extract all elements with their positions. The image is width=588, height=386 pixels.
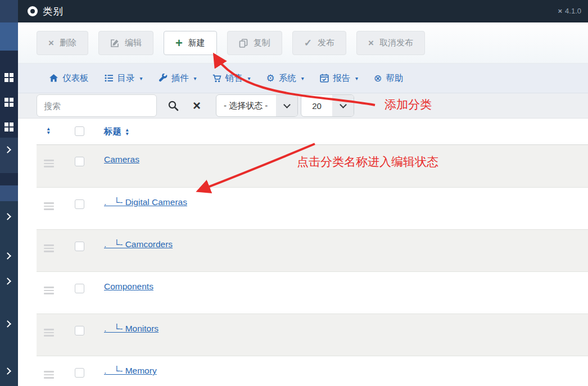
- category-table: Cameras . └- Digital Cameras . └- Camcor…: [37, 145, 588, 386]
- drag-handle-icon[interactable]: [44, 202, 54, 212]
- drag-handle-icon[interactable]: [44, 371, 54, 380]
- menu-item-sales[interactable]: 销售 ▾: [212, 72, 251, 84]
- gear-icon: ⚙: [266, 74, 275, 83]
- unpublish-button[interactable]: × 取消发布: [356, 31, 425, 55]
- sort-down-icon: ▼: [125, 132, 129, 136]
- table-row: . └- Monitors: [37, 314, 588, 356]
- copy-button-label: 复制: [254, 38, 270, 48]
- row-checkbox[interactable]: [75, 284, 84, 293]
- drag-handle-icon[interactable]: [44, 329, 54, 338]
- sidebar-lower-segment: [0, 201, 18, 386]
- copy-button[interactable]: 复制: [227, 31, 282, 55]
- publish-button-label: 发布: [318, 38, 334, 48]
- caret-down-icon: ▾: [301, 75, 304, 81]
- menu-item-dashboard[interactable]: 仪表板: [49, 72, 89, 84]
- record-icon: [28, 6, 38, 16]
- menu-item-reports[interactable]: 报告 ▾: [320, 72, 358, 84]
- sidebar-expand-button-5[interactable]: [5, 320, 13, 328]
- menu-item-label: 系统: [279, 72, 296, 84]
- row-checkbox[interactable]: [75, 326, 84, 335]
- sidebar-expand-button-4[interactable]: [5, 278, 13, 285]
- status-select[interactable]: - 选择状态 -: [216, 94, 298, 117]
- caret-down-icon: ▾: [194, 75, 197, 81]
- version-text: 4.1.0: [565, 0, 581, 22]
- per-page-select[interactable]: 20: [301, 94, 354, 117]
- chevron-right-icon: [4, 146, 11, 153]
- category-link-components[interactable]: Components: [104, 281, 153, 292]
- sidebar-grid-button-1[interactable]: [4, 73, 13, 82]
- wrench-icon: [159, 74, 168, 83]
- clear-search-button[interactable]: ×: [189, 94, 204, 117]
- category-link-camcorders[interactable]: . └- Camcorders: [104, 239, 173, 249]
- status-select-value: - 选择状态 -: [216, 101, 276, 111]
- home-icon: [49, 74, 58, 83]
- title-sort-icon: ▲ ▼: [125, 128, 129, 136]
- menu-item-help[interactable]: ⊗ 帮助: [374, 72, 403, 84]
- menu-item-label: 目录: [117, 72, 135, 84]
- check-icon: ✓: [304, 38, 312, 48]
- page-title: 类别: [43, 0, 64, 22]
- table-row: Components: [37, 271, 588, 314]
- sidebar-active-segment-2[interactable]: [0, 185, 18, 201]
- joomla-logo-icon: ×: [558, 0, 562, 22]
- menu-item-label: 报告: [333, 72, 350, 84]
- publish-button[interactable]: ✓ 发布: [292, 31, 346, 55]
- sidebar-expand-button-6[interactable]: [5, 367, 13, 375]
- new-button[interactable]: + 新建: [164, 31, 217, 55]
- table-row: . └- Digital Cameras: [37, 187, 588, 229]
- title-column-header[interactable]: 标题 ▲ ▼: [104, 126, 129, 138]
- copy-icon: [239, 39, 248, 48]
- select-chevron-segment: [276, 94, 297, 117]
- menu-item-catalog[interactable]: 目录 ▾: [105, 72, 143, 84]
- category-link-cameras[interactable]: Cameras: [104, 155, 139, 165]
- drag-handle-icon[interactable]: [44, 287, 54, 296]
- row-checkbox[interactable]: [75, 199, 84, 209]
- life-ring-icon: ⊗: [374, 74, 382, 83]
- sidebar-expand-button-2[interactable]: [5, 213, 13, 221]
- x-icon: ×: [48, 38, 54, 48]
- caret-down-icon: ▾: [355, 75, 358, 81]
- search-input[interactable]: [37, 94, 157, 117]
- grid-icon: [4, 122, 8, 126]
- version-badge: × 4.1.0: [558, 0, 581, 22]
- table-row: . └- Camcorders: [37, 229, 588, 271]
- table-row: . └- Memory: [37, 356, 588, 386]
- list-icon: [105, 74, 114, 83]
- select-all-checkbox[interactable]: [75, 126, 84, 136]
- delete-button[interactable]: × 删除: [37, 31, 88, 55]
- menu-item-label: 帮助: [386, 72, 403, 84]
- category-link-monitors[interactable]: . └- Monitors: [104, 324, 159, 334]
- menu-item-system[interactable]: ⚙ 系统 ▾: [266, 72, 304, 84]
- sidebar-expand-button-3[interactable]: [5, 252, 13, 260]
- row-checkbox[interactable]: [75, 157, 84, 166]
- ordering-sort-icon[interactable]: ▲ ▼: [46, 127, 51, 135]
- drag-handle-icon[interactable]: [44, 244, 54, 254]
- grid-icon: [4, 98, 8, 102]
- sidebar-active-segment[interactable]: [0, 22, 18, 51]
- category-link-memory[interactable]: . └- Memory: [104, 366, 157, 376]
- sidebar-corner: [0, 0, 18, 22]
- menu-item-plugins[interactable]: 插件 ▾: [159, 72, 197, 84]
- edit-button-label: 编辑: [125, 38, 142, 48]
- delete-button-label: 删除: [60, 38, 76, 48]
- cart-icon: [212, 74, 221, 83]
- caret-down-icon: ▾: [140, 75, 143, 81]
- unpublish-button-label: 取消发布: [379, 38, 413, 48]
- row-checkbox[interactable]: [75, 242, 84, 251]
- sidebar-grid-button-3[interactable]: [4, 122, 13, 131]
- chevron-right-icon: [4, 320, 11, 328]
- edit-button[interactable]: 编辑: [98, 31, 153, 55]
- sidebar-grid-button-2[interactable]: [4, 98, 13, 107]
- pencil-square-icon: [110, 39, 119, 48]
- caret-down-icon: ▾: [248, 75, 251, 81]
- annotation-add-category: 添加分类: [385, 97, 432, 112]
- search-button[interactable]: [166, 94, 180, 117]
- topbar: 类别 × 4.1.0: [0, 0, 588, 22]
- category-link-digital-cameras[interactable]: . └- Digital Cameras: [104, 197, 187, 207]
- drag-handle-icon[interactable]: [44, 160, 54, 169]
- row-checkbox[interactable]: [75, 368, 84, 378]
- sidebar-expand-button-1[interactable]: [5, 146, 13, 154]
- main-menu: 仪表板 目录 ▾ 插件 ▾ 销售 ▾ ⚙ 系统 ▾ 报告 ▾ ⊗ 帮: [18, 63, 588, 93]
- select-chevron-segment: [332, 94, 354, 117]
- clear-icon: ×: [193, 99, 201, 112]
